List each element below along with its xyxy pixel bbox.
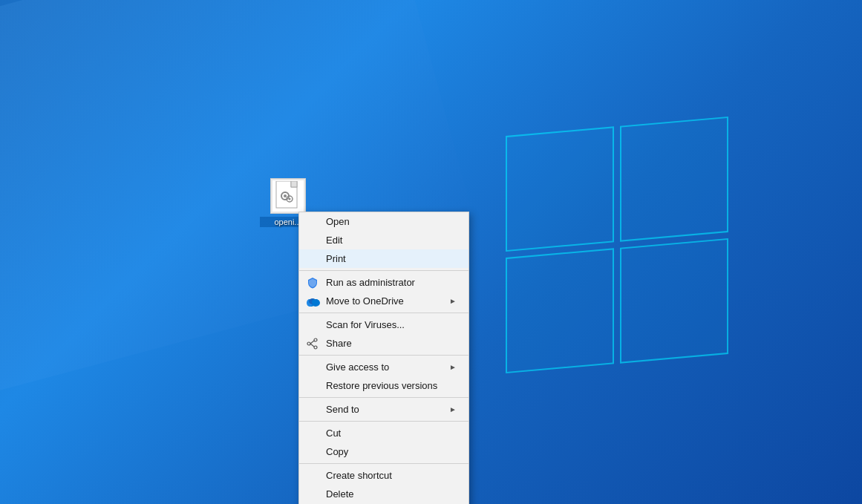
onedrive-submenu-arrow: ►	[449, 297, 457, 305]
menu-item-scan-for-viruses[interactable]: Scan for Viruses...	[299, 315, 468, 334]
separator-6	[299, 463, 468, 464]
menu-item-open[interactable]: Open	[299, 212, 468, 231]
win-pane-bl	[506, 248, 614, 373]
svg-point-4	[284, 194, 287, 197]
menu-item-create-shortcut-label: Create shortcut	[326, 470, 457, 481]
shield-icon	[305, 275, 320, 290]
menu-item-create-shortcut[interactable]: Create shortcut	[299, 466, 468, 485]
win-pane-tl	[506, 126, 614, 252]
menu-item-copy[interactable]: Copy	[299, 442, 468, 461]
menu-item-print[interactable]: Print	[299, 249, 468, 268]
menu-item-share-label: Share	[326, 338, 457, 349]
menu-item-print-label: Print	[326, 253, 457, 264]
menu-item-share[interactable]: Share	[299, 334, 468, 353]
menu-item-open-label: Open	[326, 216, 457, 227]
menu-item-copy-label: Copy	[326, 446, 457, 457]
menu-item-delete[interactable]: Delete	[299, 485, 468, 503]
share-icon	[305, 336, 320, 351]
separator-1	[299, 270, 468, 271]
svg-rect-2	[291, 181, 297, 187]
separator-2	[299, 312, 468, 313]
menu-item-cut-label: Cut	[326, 428, 457, 439]
menu-item-run-as-admin-label: Run as administrator	[326, 277, 457, 288]
file-icon-svg	[275, 181, 301, 211]
menu-item-send-to-label: Send to	[326, 404, 449, 415]
menu-item-scan-label: Scan for Viruses...	[326, 319, 457, 330]
desktop: openi... Open Edit Print Run as administ…	[0, 0, 862, 504]
menu-item-send-to[interactable]: Send to ►	[299, 400, 468, 419]
onedrive-icon	[305, 294, 320, 309]
menu-item-edit[interactable]: Edit	[299, 231, 468, 249]
menu-item-move-to-onedrive[interactable]: Move to OneDrive ►	[299, 292, 468, 310]
menu-item-run-as-admin[interactable]: Run as administrator	[299, 273, 468, 292]
menu-item-delete-label: Delete	[326, 488, 457, 500]
svg-line-16	[310, 344, 314, 347]
menu-item-give-access-label: Give access to	[326, 361, 449, 373]
svg-point-12	[314, 338, 317, 341]
menu-item-cut[interactable]: Cut	[299, 424, 468, 442]
send-to-submenu-arrow: ►	[449, 405, 457, 413]
separator-4	[299, 397, 468, 398]
svg-point-6	[288, 198, 290, 200]
svg-point-11	[312, 299, 319, 305]
menu-item-give-access-to[interactable]: Give access to ►	[299, 358, 468, 376]
give-access-submenu-arrow: ►	[449, 363, 457, 371]
desktop-icon-image	[270, 178, 306, 214]
svg-line-15	[310, 341, 314, 344]
win-pane-br	[620, 238, 728, 364]
menu-item-move-to-onedrive-label: Move to OneDrive	[326, 295, 449, 307]
svg-point-14	[307, 342, 310, 345]
menu-item-edit-label: Edit	[326, 235, 457, 246]
menu-item-restore-previous-versions[interactable]: Restore previous versions	[299, 376, 468, 395]
menu-item-restore-label: Restore previous versions	[326, 380, 457, 391]
separator-3	[299, 355, 468, 356]
win-pane-tr	[620, 117, 728, 242]
context-menu: Open Edit Print Run as administrator	[298, 212, 469, 504]
windows-logo	[506, 126, 743, 393]
svg-point-13	[314, 346, 317, 349]
separator-5	[299, 421, 468, 422]
